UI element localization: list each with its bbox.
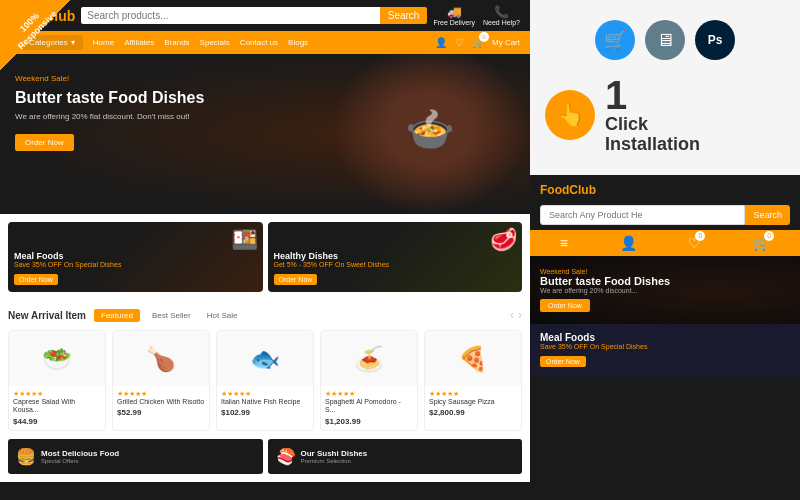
product-image-1: 🍗 [113, 331, 209, 386]
cart-icon[interactable]: 🛒 0 [472, 37, 484, 48]
meal-card-content: Meal Foods Save 35% OFF On Special Dishe… [8, 245, 127, 292]
hero-title: Butter taste Food Dishes [15, 88, 515, 107]
product-image-3: 🍝 [321, 331, 417, 386]
tab-featured[interactable]: Featured [94, 309, 140, 322]
badge-text: 100% Responsive [1, 0, 66, 59]
prev-arrow-icon[interactable]: ‹ [510, 308, 514, 322]
product-name-1: Grilled Chicken With Risotto [117, 398, 205, 406]
mobile-search-button[interactable]: Search [745, 205, 790, 225]
hero-content: Weekend Sale! Butter taste Food Dishes W… [0, 54, 530, 171]
bottom-promo: 🍔 Most Delicious Food Special Offers 🍣 O… [0, 439, 530, 482]
nav-brands[interactable]: Brands [164, 38, 189, 47]
mobile-user-icon[interactable]: 👤 [620, 235, 637, 251]
search-input[interactable] [81, 7, 379, 24]
free-delivery-icon: 🚚 Free Delivery [433, 5, 475, 26]
product-info-0: ★★★★★ Caprese Salad With Kousa... $44.99 [9, 386, 105, 430]
mobile-menu-icon[interactable]: ≡ [560, 235, 568, 251]
mobile-cart-icon[interactable]: 🛒 0 [753, 235, 770, 251]
site-header: FoodClub Search 🚚 Free Delivery 📞 Need H… [0, 0, 530, 31]
main-wrapper: 100% Responsive FoodClub Search 🚚 Free D… [0, 0, 800, 500]
product-info-1: ★★★★★ Grilled Chicken With Risotto $52.9… [113, 386, 209, 421]
mobile-logo: FoodClub [540, 183, 596, 197]
promo-icon-0: 🍔 [16, 447, 36, 466]
wishlist-icon[interactable]: ♡ [455, 37, 464, 48]
product-price-0: $44.99 [13, 417, 101, 426]
promo-icon-1: 🍣 [276, 447, 296, 466]
nav-home[interactable]: Home [93, 38, 114, 47]
category-card-meal: 🍱 Meal Foods Save 35% OFF On Special Dis… [8, 222, 263, 292]
nav-contact[interactable]: Contact us [240, 38, 278, 47]
photoshop-feature-icon[interactable]: Ps [695, 20, 735, 60]
product-name-2: Italian Native Fish Recipe [221, 398, 309, 406]
mobile-preview: FoodClub Search ≡ 👤 ♡ 0 🛒 0 Weekend Sale… [530, 175, 800, 500]
products-navigation: ‹ › [510, 308, 522, 322]
one-click-section: 👆 1 ClickInstallation [545, 75, 785, 155]
promo-sub-0: Special Offers [41, 458, 119, 464]
user-icon[interactable]: 👤 [435, 37, 447, 48]
product-price-4: $2,800.99 [429, 408, 517, 417]
promo-title-1: Our Sushi Dishes [301, 449, 368, 458]
promo-card-0: 🍔 Most Delicious Food Special Offers [8, 439, 263, 474]
nav-affiliates[interactable]: Affiliates [124, 38, 154, 47]
product-card: 🍝 ★★★★★ Spaghetti Al Pomodoro - S... $1,… [320, 330, 418, 431]
mobile-meal-button[interactable]: Order Now [540, 356, 586, 367]
products-header: New Arrival Item Featured Best Seller Ho… [8, 308, 522, 322]
product-card: 🍗 ★★★★★ Grilled Chicken With Risotto $52… [112, 330, 210, 431]
nav-specials[interactable]: Specials [200, 38, 230, 47]
mobile-meal-sub: Save 35% OFF On Special Dishes [540, 343, 790, 350]
need-help-icon: 📞 Need Help? [483, 5, 520, 26]
product-name-4: Spicy Sausage Pizza [429, 398, 517, 406]
healthy-title: Healthy Dishes [274, 251, 390, 261]
mobile-hero: Weekend Sale! Butter taste Food Dishes W… [530, 256, 800, 324]
mobile-cart-badge: 0 [764, 231, 774, 241]
mobile-hero-title: Butter taste Food Dishes [540, 275, 790, 287]
meal-title: Meal Foods [14, 251, 121, 261]
meal-order-button[interactable]: Order Now [14, 274, 58, 285]
promo-card-1: 🍣 Our Sushi Dishes Premium Selection [268, 439, 523, 474]
product-stars-1: ★★★★★ [117, 390, 205, 398]
nav-blogs[interactable]: Blogs [288, 38, 308, 47]
mobile-order-button[interactable]: Order Now [540, 299, 590, 312]
mobile-meal-section: Meal Foods Save 35% OFF On Special Dishe… [530, 324, 800, 376]
cart-feature-icon[interactable]: 🛒 [595, 20, 635, 60]
tab-best-seller[interactable]: Best Seller [148, 310, 195, 321]
meal-subtitle: Save 35% OFF On Special Dishes [14, 261, 121, 268]
chevron-down-icon: ▾ [71, 38, 75, 47]
mobile-logo-accent: Club [569, 183, 596, 197]
healthy-food-image: 🥩 [490, 227, 517, 253]
cart-badge: 0 [479, 32, 489, 42]
tab-hot-sale[interactable]: Hot Sale [203, 310, 242, 321]
next-arrow-icon[interactable]: › [518, 308, 522, 322]
site-nav: All Categories ▾ Home Affiliates Brands … [0, 31, 530, 54]
header-icons: 🚚 Free Delivery 📞 Need Help? [433, 5, 520, 26]
product-card: 🐟 ★★★★★ Italian Native Fish Recipe $102.… [216, 330, 314, 431]
product-card: 🍕 ★★★★★ Spicy Sausage Pizza $2,800.99 [424, 330, 522, 431]
need-help-label: Need Help? [483, 19, 520, 26]
site-search: Search [81, 7, 427, 24]
monitor-feature-icon[interactable]: 🖥 [645, 20, 685, 60]
search-button[interactable]: Search [380, 7, 428, 24]
healthy-order-button[interactable]: Order Now [274, 274, 318, 285]
nav-user-icons: 👤 ♡ 🛒 0 My Cart [435, 37, 520, 48]
feature-icons-row: 🛒 🖥 Ps [545, 20, 785, 60]
meal-food-image: 🍱 [231, 227, 258, 253]
hero-order-button[interactable]: Order Now [15, 134, 74, 151]
product-name-3: Spaghetti Al Pomodoro - S... [325, 398, 413, 415]
healthy-subtitle: Get 5% - 35% OFF On Sweet Dishes [274, 261, 390, 268]
product-price-2: $102.99 [221, 408, 309, 417]
mobile-search-input[interactable] [540, 205, 745, 225]
nav-links: Home Affiliates Brands Specials Contact … [93, 38, 308, 47]
product-name-0: Caprese Salad With Kousa... [13, 398, 101, 415]
right-panel: 🛒 🖥 Ps 👆 1 ClickInstallation FoodClub [530, 0, 800, 500]
product-image-4: 🍕 [425, 331, 521, 386]
category-card-healthy: 🥩 Healthy Dishes Get 5% - 35% OFF On Swe… [268, 222, 523, 292]
promo-text-0: Most Delicious Food Special Offers [41, 449, 119, 464]
product-stars-3: ★★★★★ [325, 390, 413, 398]
one-click-touch-icon[interactable]: 👆 [545, 90, 595, 140]
product-info-2: ★★★★★ Italian Native Fish Recipe $102.99 [217, 386, 313, 421]
mobile-hero-sale: Weekend Sale! [540, 268, 790, 275]
mobile-wishlist-icon[interactable]: ♡ 0 [688, 235, 701, 251]
my-cart-label[interactable]: My Cart [492, 38, 520, 47]
product-image-0: 🥗 [9, 331, 105, 386]
hero-section: 🍲 Weekend Sale! Butter taste Food Dishes… [0, 54, 530, 214]
